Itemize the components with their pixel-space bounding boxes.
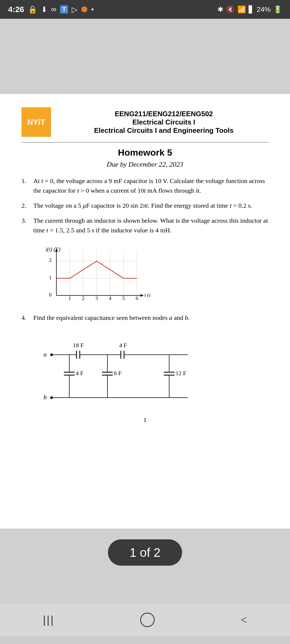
circuit-svg-clean: a b 18 F	[38, 331, 209, 406]
doc-divider	[21, 142, 269, 142]
battery-icon: 🔋	[273, 5, 282, 14]
page-number: 1	[21, 416, 269, 424]
svg-text:5: 5	[122, 295, 125, 301]
q1-num: 1.	[21, 176, 31, 195]
svg-text:18 F: 18 F	[73, 342, 84, 349]
signal-icon: ▋	[249, 5, 254, 14]
nav-home-button[interactable]	[140, 613, 155, 627]
battery-text: 24%	[257, 5, 271, 14]
doc-header: NYiT EENG211/EENG212/EENG502 Electrical …	[21, 107, 269, 137]
hw-title: Homework 5	[21, 147, 269, 158]
graph-svg: i(t) (V) 2 1 0	[38, 246, 150, 305]
page-indicator[interactable]: 1 of 2	[108, 539, 182, 566]
svg-text:12 F: 12 F	[176, 370, 186, 376]
svg-text:2: 2	[49, 257, 52, 263]
q4-num: 4.	[21, 313, 31, 323]
svg-text:1: 1	[49, 275, 52, 280]
svg-text:6 F: 6 F	[114, 370, 122, 376]
svg-text:a: a	[44, 351, 47, 358]
svg-text:t (s): t (s)	[144, 292, 150, 298]
document-page: NYiT EENG211/EENG212/EENG502 Electrical …	[0, 94, 290, 529]
status-dot: •	[91, 5, 94, 14]
status-time: 4:26	[8, 5, 24, 14]
gray-top-area	[0, 19, 290, 94]
bluetooth-icon: ✱	[218, 5, 223, 14]
q2-num: 2.	[21, 201, 31, 210]
status-bar: 4:26 🔒 ⬇ ∞ T ▷ • ✱ 🔇 📶 ▋ 24% 🔋	[0, 0, 290, 19]
nav-menu-button[interactable]: |||	[43, 614, 55, 626]
wifi-icon: 📶	[237, 5, 246, 14]
course-name2: Electrical Circuits I and Engineering To…	[59, 126, 269, 135]
nav-bar: ||| <	[0, 604, 290, 636]
course-code: EENG211/EENG212/EENG502	[59, 110, 269, 118]
svg-text:b: b	[44, 394, 47, 401]
q1-text: At t = 0, the voltage across a 9 mF capa…	[33, 176, 269, 195]
svg-text:2: 2	[82, 295, 85, 301]
course-name1: Electrical Circuits I	[59, 118, 269, 126]
status-right: ✱ 🔇 📶 ▋ 24% 🔋	[218, 5, 282, 14]
status-icon-voicemail: ∞	[51, 5, 56, 14]
q4-text: Find the equivalent capacitance seen bet…	[33, 313, 190, 323]
q3-num: 3.	[21, 216, 31, 235]
question-4: 4. Find the equivalent capacitance seen …	[21, 313, 269, 323]
question-2: 2. The voltage on a 5 μF capacitor is 20…	[21, 201, 269, 210]
svg-text:4 F: 4 F	[119, 342, 127, 349]
svg-text:4 F: 4 F	[76, 370, 84, 376]
doc-title-block: EENG211/EENG212/EENG502 Electrical Circu…	[59, 110, 269, 135]
question-1: 1. At t = 0, the voltage across a 9 mF c…	[21, 176, 269, 195]
nav-back-button[interactable]: <	[240, 613, 247, 627]
mute-icon: 🔇	[226, 5, 235, 14]
questions: 1. At t = 0, the voltage across a 9 mF c…	[21, 176, 269, 406]
due-date: Due by December 22, 2023	[21, 160, 269, 169]
gray-bottom-area: 1 of 2	[0, 529, 290, 604]
status-icon-download: ⬇	[41, 5, 47, 14]
status-icon-t: T	[60, 5, 68, 13]
status-icon-lock: 🔒	[28, 5, 37, 14]
svg-text:0: 0	[49, 292, 52, 298]
svg-marker-4	[140, 294, 144, 297]
svg-text:i(t) (V): i(t) (V)	[46, 246, 60, 253]
status-icon-play: ▷	[72, 5, 78, 14]
graph-container: i(t) (V) 2 1 0	[38, 246, 150, 308]
status-left: 4:26 🔒 ⬇ ∞ T ▷ •	[8, 5, 94, 14]
svg-text:1: 1	[68, 295, 71, 301]
question-3: 3. The current through an inductor is sh…	[21, 216, 269, 235]
status-icon-circle	[81, 6, 87, 12]
nyit-logo: NYiT	[21, 107, 51, 137]
q2-text: The voltage on a 5 μF capacitor is 20 si…	[33, 201, 252, 210]
screen: 4:26 🔒 ⬇ ∞ T ▷ • ✱ 🔇 📶 ▋ 24% 🔋 NYiT EENG…	[0, 0, 290, 644]
svg-text:4: 4	[109, 295, 111, 301]
svg-text:6: 6	[136, 295, 138, 301]
q3-text: The current through an inductor is shown…	[33, 216, 269, 235]
svg-text:3: 3	[95, 295, 98, 301]
circuit-container: a b	[38, 328, 269, 406]
